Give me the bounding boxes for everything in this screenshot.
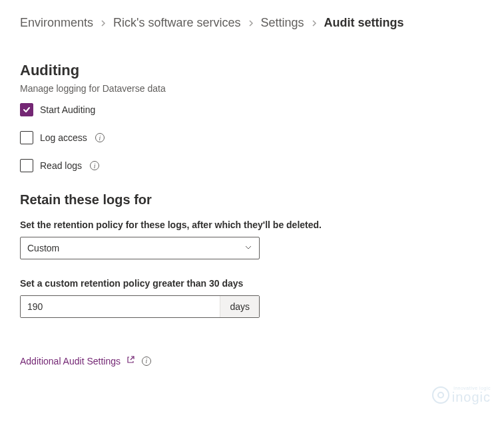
info-icon[interactable]: i xyxy=(142,357,151,366)
retention-policy-value: Custom xyxy=(27,243,59,253)
info-icon[interactable]: i xyxy=(90,161,99,170)
page-subtitle: Manage logging for Dataverse data xyxy=(20,83,484,94)
checkbox-row-start-auditing: Start Auditing xyxy=(20,103,484,116)
retention-policy-label: Set the retention policy for these logs,… xyxy=(20,219,484,230)
additional-audit-settings-label: Additional Audit Settings xyxy=(20,356,121,366)
breadcrumb-item-settings[interactable]: Settings xyxy=(261,16,304,30)
custom-retention-input[interactable] xyxy=(21,296,220,317)
info-icon[interactable]: i xyxy=(95,133,105,142)
chevron-right-icon xyxy=(311,18,318,29)
log-access-label: Log access xyxy=(40,132,87,143)
read-logs-checkbox[interactable] xyxy=(20,159,33,172)
custom-retention-suffix: days xyxy=(220,296,259,317)
external-link-icon xyxy=(126,355,135,366)
start-auditing-checkbox[interactable] xyxy=(20,103,33,116)
retention-policy-dropdown[interactable]: Custom xyxy=(20,237,260,259)
checkbox-row-read-logs: Read logs i xyxy=(20,159,484,172)
read-logs-label: Read logs xyxy=(40,160,82,171)
section-heading-retention: Retain these logs for xyxy=(20,192,484,208)
chevron-right-icon xyxy=(100,18,107,29)
custom-retention-label: Set a custom retention policy greater th… xyxy=(20,278,484,289)
checkbox-row-log-access: Log access i xyxy=(20,131,484,144)
chevron-right-icon xyxy=(248,18,254,29)
page-title: Auditing xyxy=(20,62,484,79)
chevron-down-icon xyxy=(244,243,252,253)
log-access-checkbox[interactable] xyxy=(20,131,33,144)
additional-audit-settings-link[interactable]: Additional Audit Settings xyxy=(20,355,135,366)
breadcrumb-item-environments[interactable]: Environments xyxy=(20,16,93,30)
custom-retention-input-wrap: days xyxy=(20,295,260,318)
breadcrumb-item-audit-settings[interactable]: Audit settings xyxy=(324,16,404,30)
start-auditing-label: Start Auditing xyxy=(40,104,95,115)
breadcrumb: Environments Rick's software services Se… xyxy=(20,16,484,30)
breadcrumb-item-org[interactable]: Rick's software services xyxy=(113,16,240,30)
additional-settings-row: Additional Audit Settings i xyxy=(20,355,484,366)
